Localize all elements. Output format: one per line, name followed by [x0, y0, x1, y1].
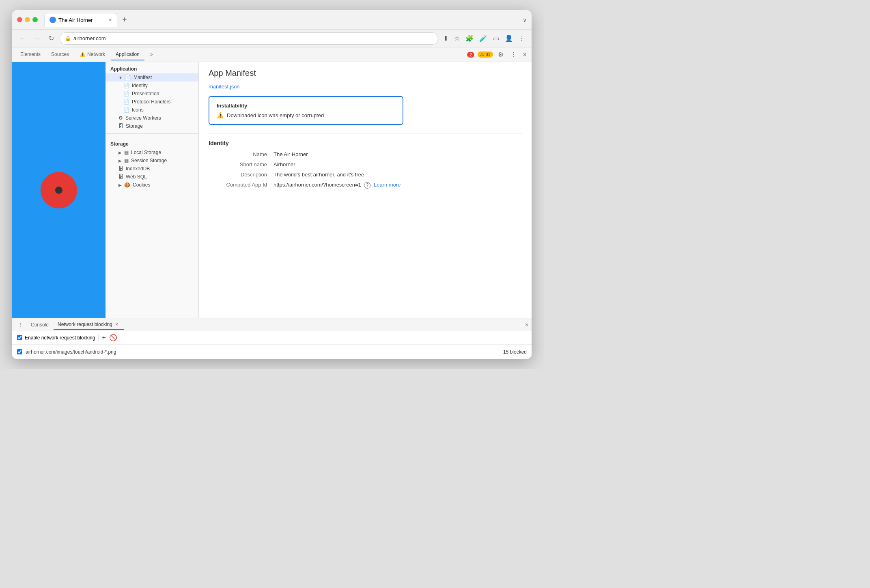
traffic-lights	[17, 17, 38, 22]
cookies-icon: 🍪	[124, 182, 130, 188]
bottom-toolbar: Enable network request blocking + 🚫	[12, 331, 532, 344]
tab-bar: 🌐 The Air Horner × + ∨	[44, 13, 527, 27]
learn-more-link[interactable]: Learn more	[374, 182, 401, 188]
close-traffic-light[interactable]	[17, 17, 22, 22]
devtools-body: Application ▼ 📄 Manifest 📄 Identity 📄 Pr…	[12, 62, 532, 318]
identity-row-description: Description The world's best airhorner, …	[209, 172, 522, 178]
tab-network[interactable]: ⚠️ Network	[75, 49, 110, 60]
sidebar-application-header: Application	[106, 62, 198, 73]
enable-blocking-label[interactable]: Enable network request blocking	[17, 335, 95, 341]
enable-blocking-checkbox[interactable]	[17, 335, 22, 340]
tab-close-button[interactable]: ×	[109, 17, 112, 23]
sidebar-web-sql-label: Web SQL	[126, 174, 147, 180]
identity-divider	[209, 133, 522, 133]
sidebar-item-local-storage[interactable]: ▶ ▦ Local Storage	[106, 148, 198, 157]
sidebar-cookies-label: Cookies	[133, 182, 150, 188]
manifest-link[interactable]: manifest.json	[209, 84, 240, 90]
sidebar-item-cookies[interactable]: ▶ 🍪 Cookies	[106, 181, 198, 189]
back-button[interactable]: ←	[17, 33, 28, 44]
tab-sources[interactable]: Sources	[46, 49, 74, 60]
add-rule-button[interactable]: +	[102, 334, 106, 341]
nav-bar: ← → ↻ 🔒 airhorner.com ⬆ ☆ 🧩 🧪 ▭ 👤 ⋮	[12, 30, 532, 47]
description-label: Description	[209, 172, 273, 178]
identity-row-short-name: Short name Airhorner	[209, 161, 522, 167]
forward-button[interactable]: →	[32, 33, 43, 44]
sidebar-item-manifest[interactable]: ▼ 📄 Manifest	[106, 73, 198, 82]
sidebar-item-service-workers[interactable]: ⚙ Service Workers	[106, 114, 198, 122]
devtools-more-button[interactable]: ⋮	[508, 49, 518, 60]
panel-title: App Manifest	[209, 69, 522, 78]
storage-app-icon: 🗄	[118, 123, 123, 129]
manifest-file-icon: 📄	[125, 75, 131, 80]
sidebar-item-identity[interactable]: 📄 Identity	[106, 82, 198, 90]
sidebar-item-session-storage[interactable]: ▶ ▦ Session Storage	[106, 157, 198, 165]
local-storage-expand-icon: ▶	[118, 150, 122, 155]
name-value: The Air Horner	[273, 151, 308, 157]
browser-window: 🌐 The Air Horner × + ∨ ← → ↻ 🔒 airhorner…	[12, 10, 532, 359]
share-button[interactable]: ⬆	[441, 33, 450, 44]
identity-section-title: Identity	[209, 140, 522, 146]
maximize-traffic-light[interactable]	[32, 17, 38, 22]
warn-badge: ⚠ 81	[478, 52, 493, 58]
tab-elements[interactable]: Elements	[15, 49, 45, 60]
sidebar-item-storage-app[interactable]: 🗄 Storage	[106, 122, 198, 130]
installability-box: Installability ⚠️ Downloaded icon was em…	[209, 96, 403, 125]
installability-message: ⚠️ Downloaded icon was empty or corrupte…	[217, 112, 395, 118]
profile-button[interactable]: 👤	[503, 33, 515, 44]
sidebar-local-storage-label: Local Storage	[131, 150, 161, 155]
installability-warn-icon: ⚠️	[217, 112, 224, 118]
main-panel: App Manifest manifest.json Installabilit…	[199, 62, 532, 318]
computed-app-id-value: https://airhorner.com/?homescreen=1 ? Le…	[273, 182, 401, 189]
blocked-rule-text: airhorner.com/images/touch/android-*.png	[26, 349, 503, 355]
labs-button[interactable]: 🧪	[478, 33, 489, 44]
sidebar-divider	[106, 133, 198, 134]
icons-file-icon: 📄	[123, 107, 129, 113]
identity-row-computed-app-id: Computed App Id https://airhorner.com/?h…	[209, 182, 522, 189]
bottom-dots-menu[interactable]: ⋮	[15, 322, 26, 328]
new-tab-button[interactable]: +	[119, 15, 130, 24]
manifest-expand-icon: ▼	[118, 75, 123, 80]
bottom-tab-console[interactable]: Console	[27, 320, 53, 329]
name-label: Name	[209, 151, 273, 157]
browser-tab[interactable]: 🌐 The Air Horner ×	[44, 13, 117, 27]
indexeddb-icon: 🗄	[118, 166, 123, 172]
bottom-rule-row: airhorner.com/images/touch/android-*.png…	[12, 344, 532, 359]
minimize-traffic-light[interactable]	[25, 17, 30, 22]
bottom-tab-network-blocking[interactable]: Network request blocking ×	[54, 320, 124, 330]
short-name-value: Airhorner	[273, 161, 295, 167]
bottom-close-button[interactable]: ×	[525, 322, 528, 328]
tab-favicon: 🌐	[50, 17, 56, 23]
installability-title: Installability	[217, 103, 395, 109]
error-badge: 2	[467, 52, 474, 58]
extensions-button[interactable]: 🧩	[464, 33, 475, 44]
refresh-button[interactable]: ↻	[46, 33, 56, 44]
bookmark-button[interactable]: ☆	[452, 33, 461, 44]
web-sql-icon: 🗄	[118, 174, 123, 180]
sidebar-item-presentation[interactable]: 📄 Presentation	[106, 90, 198, 98]
session-storage-icon: ▦	[124, 158, 129, 163]
devtools-close-button[interactable]: ×	[521, 49, 528, 60]
help-icon[interactable]: ?	[364, 182, 370, 189]
devtools-settings-button[interactable]: ⚙	[496, 49, 505, 60]
toolbar-divider	[98, 335, 99, 341]
tab-collapse-button[interactable]: ∨	[523, 17, 527, 23]
sidebar-session-storage-label: Session Storage	[131, 158, 167, 163]
block-icon[interactable]: 🚫	[109, 334, 117, 341]
rule-checkbox[interactable]	[17, 349, 22, 354]
menu-button[interactable]: ⋮	[517, 33, 527, 44]
identity-row-name: Name The Air Horner	[209, 151, 522, 157]
sidebar-toggle-button[interactable]: ▭	[491, 33, 501, 44]
bottom-tab-close-button[interactable]: ×	[114, 322, 120, 327]
local-storage-icon: ▦	[124, 150, 129, 155]
sidebar-icons-label: Icons	[132, 107, 144, 113]
sidebar-item-protocol-handlers[interactable]: 📄 Protocol Handlers	[106, 98, 198, 106]
sidebar-item-web-sql[interactable]: 🗄 Web SQL	[106, 173, 198, 181]
network-warn-icon: ⚠️	[80, 52, 86, 57]
tab-more[interactable]: »	[145, 49, 158, 60]
devtools-sidebar: Application ▼ 📄 Manifest 📄 Identity 📄 Pr…	[106, 62, 199, 318]
sidebar-storage-app-label: Storage	[126, 123, 143, 129]
sidebar-item-icons[interactable]: 📄 Icons	[106, 106, 198, 114]
sidebar-item-indexeddb[interactable]: 🗄 IndexedDB	[106, 165, 198, 173]
tab-application[interactable]: Application	[111, 49, 144, 60]
address-bar[interactable]: 🔒 airhorner.com	[60, 32, 438, 45]
